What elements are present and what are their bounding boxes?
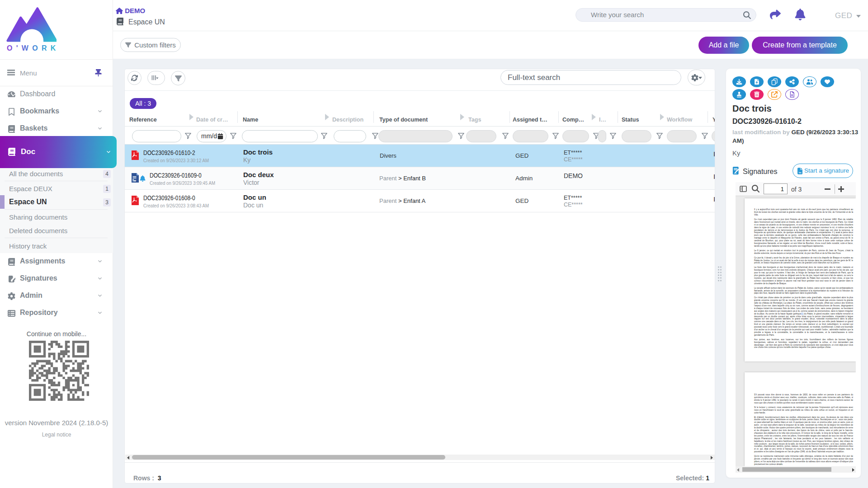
svg-text:O'WORK: O'WORK bbox=[7, 44, 57, 52]
